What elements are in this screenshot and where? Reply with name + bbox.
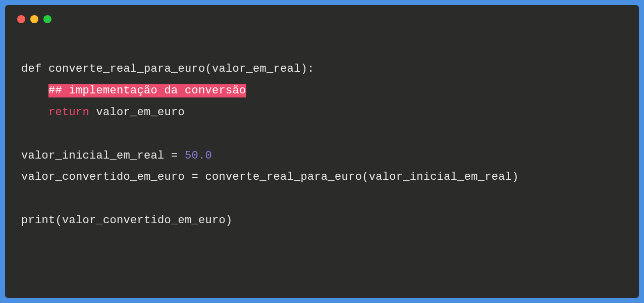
indent: [21, 106, 48, 119]
function-name: converte_real_para_euro: [48, 63, 205, 75]
comment-highlighted: ## implementação da conversão: [48, 84, 246, 97]
argument: valor_convertido_em_euro: [62, 214, 226, 227]
open-paren: (: [362, 171, 369, 183]
open-paren: (: [56, 214, 63, 227]
code-line-3: return valor_em_euro: [21, 106, 185, 119]
equals: =: [165, 149, 185, 162]
close-button[interactable]: [17, 15, 25, 23]
space: [89, 106, 96, 119]
variable: valor_inicial_em_real: [21, 149, 165, 162]
function-call: converte_real_para_euro: [205, 171, 362, 183]
editor-window: def converte_real_para_euro(valor_em_rea…: [5, 5, 639, 298]
open-paren: (: [205, 63, 212, 75]
keyword-def: def: [21, 63, 42, 75]
parameter: valor_em_real: [212, 63, 301, 75]
code-line-6: valor_convertido_em_euro = converte_real…: [21, 171, 519, 183]
colon: :: [307, 63, 314, 75]
maximize-button[interactable]: [43, 15, 51, 23]
close-paren: ): [512, 171, 519, 183]
minimize-button[interactable]: [30, 15, 38, 23]
close-paren: ): [226, 214, 233, 227]
code-line-1: def converte_real_para_euro(valor_em_rea…: [21, 63, 314, 75]
code-area[interactable]: def converte_real_para_euro(valor_em_rea…: [5, 33, 639, 248]
number-literal: 50.0: [185, 149, 212, 162]
variable: valor_convertido_em_euro: [21, 171, 185, 183]
title-bar: [5, 5, 639, 33]
code-line-2: ## implementação da conversão: [21, 84, 246, 97]
equals: =: [185, 171, 205, 183]
code-line-8: print(valor_convertido_em_euro): [21, 214, 233, 227]
keyword-return: return: [48, 106, 89, 119]
argument: valor_inicial_em_real: [369, 171, 512, 183]
indent: [21, 84, 48, 97]
code-line-5: valor_inicial_em_real = 50.0: [21, 149, 212, 162]
variable: valor_em_euro: [96, 106, 185, 119]
builtin-print: print: [21, 214, 56, 227]
close-paren: ): [301, 63, 308, 75]
